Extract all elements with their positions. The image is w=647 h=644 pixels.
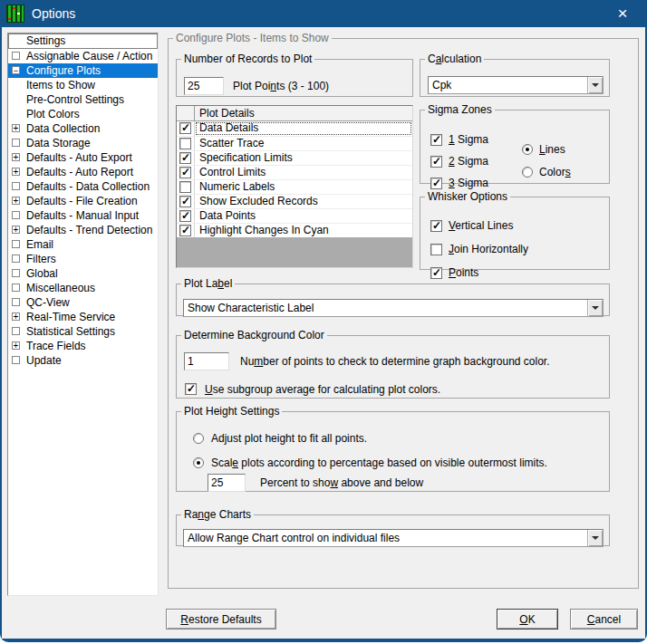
row-label[interactable]: Data Details: [195, 121, 412, 136]
tree-expand-icon[interactable]: [12, 255, 20, 263]
colors-label[interactable]: Colors: [539, 167, 571, 178]
tree-item[interactable]: Configure Plots: [8, 63, 158, 78]
row-checkbox[interactable]: [179, 196, 191, 207]
tree-item[interactable]: Global: [8, 266, 158, 281]
tree-expand-icon[interactable]: [12, 298, 20, 306]
points-count-input[interactable]: [184, 352, 229, 370]
row-label[interactable]: Numeric Labels: [195, 180, 412, 194]
row-label[interactable]: Specification Limits: [195, 151, 412, 165]
tree-item[interactable]: Defaults - File Creation: [8, 194, 158, 208]
tree-item[interactable]: Statistical Settings: [8, 324, 158, 339]
tree-item[interactable]: Assignable Cause / Action: [8, 49, 158, 63]
plot-details-row[interactable]: Control Limits: [177, 165, 412, 179]
chevron-down-icon: [592, 83, 599, 87]
tree-item[interactable]: Data Collection: [8, 121, 158, 136]
scale-percentage-label[interactable]: Scale plots according to percentage base…: [211, 457, 547, 469]
lines-radio[interactable]: [522, 144, 533, 155]
group-sigma-zones: Sigma Zones 1 Sigma 2 Sigma 3 Sigma Line…: [420, 103, 610, 184]
subgroup-average-label[interactable]: Use subgroup average for calculating plo…: [205, 384, 440, 396]
row-checkbox[interactable]: [179, 152, 191, 164]
tree-expand-icon[interactable]: [12, 182, 20, 190]
tree-item[interactable]: Miscellaneous: [8, 281, 158, 295]
tree-expand-icon[interactable]: [12, 197, 20, 205]
lines-label[interactable]: Lines: [539, 144, 565, 156]
row-label[interactable]: Highlight Changes In Cyan: [195, 224, 412, 237]
tree-item[interactable]: Filters: [8, 252, 158, 266]
sigma1-label[interactable]: 1 Sigma: [449, 134, 488, 146]
scale-percentage-radio[interactable]: [193, 457, 204, 468]
row-label[interactable]: Scatter Trace: [195, 137, 412, 150]
plot-label-select[interactable]: Show Characteristic Label: [183, 299, 604, 317]
tree-expand-icon[interactable]: [12, 356, 20, 364]
subgroup-average-checkbox[interactable]: [185, 383, 197, 395]
vertical-lines-checkbox[interactable]: [430, 220, 442, 232]
tree-item[interactable]: Trace Fields: [8, 339, 158, 353]
tree-item[interactable]: Data Storage: [8, 136, 158, 150]
row-checkbox[interactable]: [179, 122, 191, 134]
tree-expand-icon[interactable]: [12, 312, 20, 321]
sigma3-label[interactable]: 3 Sigma: [449, 178, 488, 189]
tree-item[interactable]: Defaults - Data Collection: [8, 179, 158, 194]
range-charts-dropdown-button[interactable]: [587, 530, 603, 546]
adjust-height-radio[interactable]: [193, 433, 204, 444]
row-label[interactable]: Data Points: [195, 209, 412, 223]
plot-details-row[interactable]: Specification Limits: [177, 150, 412, 165]
tree-expand-icon[interactable]: [12, 240, 20, 248]
ok-button[interactable]: OK: [497, 609, 558, 630]
tree-expand-icon[interactable]: [12, 139, 20, 147]
vertical-lines-label[interactable]: Vertical Lines: [449, 220, 513, 232]
tree-expand-icon[interactable]: [12, 168, 20, 176]
row-label[interactable]: Show Excluded Records: [195, 195, 412, 208]
cancel-button[interactable]: Cancel: [570, 609, 638, 630]
tree-item[interactable]: Real-Time Service: [8, 310, 158, 324]
restore-defaults-button[interactable]: Restore Defaults: [166, 609, 276, 630]
row-checkbox[interactable]: [179, 167, 191, 178]
row-checkbox[interactable]: [179, 210, 191, 222]
sigma2-label[interactable]: 2 Sigma: [449, 156, 488, 168]
tree-item[interactable]: Plot Colors: [8, 107, 158, 121]
tree-expand-icon[interactable]: [12, 327, 20, 335]
tree-item[interactable]: Defaults - Trend Detection: [8, 223, 158, 237]
tree-expand-icon[interactable]: [12, 269, 20, 277]
plot-details-row[interactable]: Numeric Labels: [177, 179, 412, 194]
records-input[interactable]: [184, 77, 224, 95]
tree-item[interactable]: Pre-Control Settings: [8, 92, 158, 107]
plot-details-row[interactable]: Show Excluded Records: [177, 194, 412, 208]
colors-radio[interactable]: [522, 167, 533, 178]
tree-item[interactable]: Defaults - Auto Export: [8, 150, 158, 165]
close-button[interactable]: ×: [604, 0, 642, 27]
calculation-dropdown-button[interactable]: [587, 77, 603, 93]
tree-item[interactable]: Update: [8, 353, 158, 368]
tree-expand-icon[interactable]: [12, 341, 20, 350]
plot-label-dropdown-button[interactable]: [587, 300, 603, 316]
tree-expand-icon[interactable]: [12, 66, 20, 74]
tree-expand-icon[interactable]: [12, 124, 20, 132]
tree-item[interactable]: Defaults - Manual Input: [8, 208, 158, 223]
plot-details-row[interactable]: Scatter Trace: [177, 136, 412, 150]
tree-item[interactable]: QC-View: [8, 295, 158, 310]
range-charts-select[interactable]: Allow Range Chart control on individual …: [183, 529, 604, 547]
tree-item[interactable]: Email: [8, 237, 158, 252]
tree-expand-icon[interactable]: [12, 226, 20, 234]
sigma1-checkbox[interactable]: [430, 134, 442, 146]
tree-item[interactable]: Defaults - Auto Report: [8, 165, 158, 179]
tree-item[interactable]: Items to Show: [8, 78, 158, 92]
sigma2-checkbox[interactable]: [430, 156, 442, 168]
plot-details-row[interactable]: Highlight Changes In Cyan: [177, 223, 412, 237]
plot-details-row[interactable]: Data Details: [177, 121, 412, 136]
plot-details-row[interactable]: Data Points: [177, 208, 412, 223]
row-checkbox[interactable]: [179, 225, 191, 236]
row-label[interactable]: Control Limits: [195, 166, 412, 179]
sigma3-checkbox[interactable]: [430, 178, 442, 189]
row-checkbox[interactable]: [179, 138, 191, 149]
percent-input[interactable]: [208, 474, 246, 492]
tree-expand-icon[interactable]: [12, 153, 20, 161]
adjust-height-label[interactable]: Adjust plot height to fit all points.: [211, 433, 367, 445]
tree-expand-icon[interactable]: [12, 211, 20, 219]
tree-expand-icon[interactable]: [12, 284, 20, 292]
join-horizontally-label[interactable]: Join Horizontally: [449, 244, 528, 255]
tree-expand-icon[interactable]: [12, 52, 20, 60]
row-checkbox[interactable]: [179, 181, 191, 193]
join-horizontally-checkbox[interactable]: [430, 244, 442, 255]
calculation-select[interactable]: Cpk: [428, 76, 604, 94]
